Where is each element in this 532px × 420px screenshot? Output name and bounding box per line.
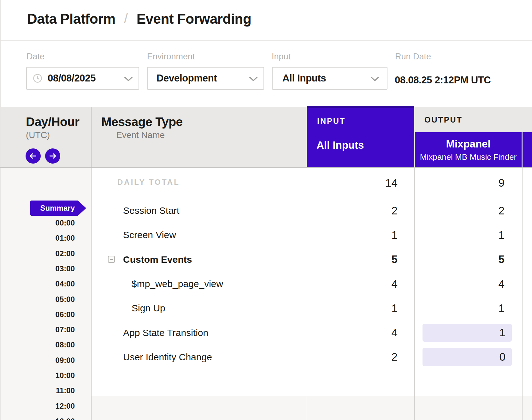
input-count-cell: 4	[307, 321, 414, 345]
output-integration-name: Mixpanel	[446, 138, 490, 150]
date-filter-label: Date	[27, 52, 44, 62]
summary-badge-arrow	[78, 201, 86, 216]
event-row-label: Sign Up	[132, 296, 165, 321]
hour-row-label[interactable]: 04:00	[0, 276, 75, 291]
input-block-top-accent	[307, 106, 414, 108]
event-row-label: App State Transition	[123, 321, 208, 345]
daily-total-input-count: 14	[307, 168, 414, 198]
output-connection-header[interactable]: Mixpanel Mixpanel MB Music Finder	[415, 132, 522, 168]
input-header-value: All Inputs	[316, 139, 364, 151]
input-count-cell: 1	[307, 223, 414, 247]
summary-row-label: Summary	[40, 204, 75, 213]
environment-value: Development	[157, 73, 217, 84]
chevron-down-icon	[124, 76, 133, 83]
daily-total-label: DAILY TOTAL	[117, 178, 180, 187]
hour-row-label[interactable]: 01:00	[0, 231, 75, 246]
hour-row-label[interactable]: 11:00	[0, 383, 75, 398]
hour-row-label[interactable]: 09:00	[0, 353, 75, 368]
input-count-cell: 1	[307, 296, 414, 320]
hour-row-label[interactable]: 10:00	[0, 368, 75, 383]
next-day-button[interactable]	[45, 148, 60, 164]
hour-row-label[interactable]: 08:00	[0, 337, 75, 352]
hour-row-label[interactable]: 06:00	[0, 307, 75, 322]
environment-filter-label: Environment	[147, 52, 195, 62]
output-count-cell-highlighted: 1	[423, 324, 512, 342]
hour-row-label[interactable]: 07:00	[0, 322, 75, 337]
message-type-column-subtitle: Event Name	[116, 130, 165, 140]
column-divider	[522, 167, 523, 420]
input-count-cell: 2	[307, 198, 414, 223]
header-divider	[0, 40, 532, 41]
day-hour-column-subtitle: (UTC)	[26, 130, 50, 140]
chevron-down-icon	[370, 76, 379, 83]
hour-row-label[interactable]: 12:00	[0, 399, 75, 414]
event-row-label: Screen View	[123, 223, 176, 247]
event-row-label: $mp_web_page_view	[132, 272, 223, 296]
breadcrumb-section-link[interactable]: Data Platform	[27, 11, 115, 27]
arrow-left-icon	[29, 153, 38, 159]
page-title: Event Forwarding	[137, 11, 251, 27]
arrow-right-icon	[48, 153, 57, 159]
hour-row-label[interactable]: 05:00	[0, 292, 75, 307]
hour-row-label[interactable]: 03:00	[0, 261, 75, 276]
environment-dropdown[interactable]: Development	[147, 67, 264, 90]
run-date-value: 08.08.25 2:12PM UTC	[395, 75, 491, 86]
output-count-cell: 5	[415, 247, 522, 272]
output-count-cell: 4	[415, 272, 522, 296]
summary-row-badge[interactable]: Summary	[30, 201, 78, 216]
input-dropdown[interactable]: All Inputs	[272, 67, 387, 90]
collapse-icon[interactable]	[108, 256, 115, 263]
event-row-label: User Identity Change	[123, 345, 212, 369]
input-filter-label: Input	[272, 52, 291, 62]
output-count-cell: 1	[415, 223, 522, 247]
input-header-label: INPUT	[317, 117, 346, 126]
output-count-cell-highlighted: 0	[423, 348, 512, 366]
input-count-cell: 4	[307, 272, 414, 296]
breadcrumb: Data Platform / Event Forwarding	[27, 9, 251, 28]
minus-glyph	[110, 259, 113, 260]
hour-column-divider	[91, 107, 92, 420]
previous-day-button[interactable]	[26, 148, 41, 164]
output-header-label: OUTPUT	[424, 115, 463, 124]
output-count-cell: 2	[415, 198, 522, 223]
input-count-cell: 2	[307, 345, 414, 369]
date-value: 08/08/2025	[48, 73, 96, 84]
daily-total-output-count: 9	[415, 168, 522, 198]
output-connection-name: Mixpanel MB Music Finder	[420, 152, 517, 162]
hour-row-label[interactable]: 00:00	[0, 215, 75, 231]
output-next-connection-partial[interactable]	[523, 132, 532, 168]
clock-icon	[33, 74, 42, 83]
date-dropdown[interactable]: 08/08/2025	[26, 67, 139, 90]
output-count-cell: 1	[415, 296, 522, 320]
grid-footer-background	[91, 396, 532, 420]
hour-row-label[interactable]: 13:00	[0, 414, 75, 420]
input-count-cell: 5	[307, 247, 414, 272]
hour-row-label[interactable]: 02:00	[0, 246, 75, 261]
message-type-column-title: Message Type	[101, 115, 183, 129]
event-row-label: Custom Events	[123, 247, 192, 272]
day-hour-column-title: Day/Hour	[26, 115, 79, 129]
run-date-label: Run Date	[395, 52, 431, 62]
event-row-label: Session Start	[123, 198, 179, 223]
event-forwarding-page: Data Platform / Event Forwarding Date En…	[0, 0, 532, 420]
chevron-down-icon	[249, 76, 258, 83]
breadcrumb-separator: /	[124, 11, 128, 26]
input-value: All Inputs	[282, 73, 326, 84]
